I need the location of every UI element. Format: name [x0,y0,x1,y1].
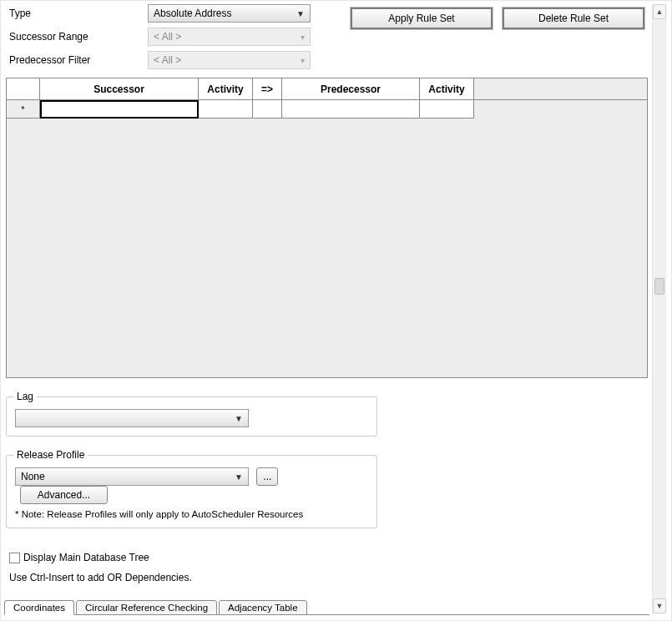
chevron-down-icon: ▼ [235,472,243,482]
type-label: Type [6,8,148,19]
or-dependency-hint: Use Ctrl-Insert to add OR Dependencies. [9,572,648,583]
delete-rule-set-button[interactable]: Delete Rule Set [503,8,644,29]
predecessor-filter-label: Predecessor Filter [6,54,148,66]
type-combobox-value: Absolute Address [154,8,231,19]
grid-row-rest [474,100,647,119]
display-main-db-tree-label: Display Main Database Tree [23,552,149,563]
chevron-down-icon: ▾ [301,33,305,42]
grid-cell-predecessor[interactable] [282,100,420,119]
release-profile-legend: Release Profile [13,449,88,461]
predecessor-filter-combobox[interactable]: < All > ▾ [148,51,311,69]
lag-group: Lag ▼ [6,396,377,437]
chevron-down-icon: ▼ [235,414,243,423]
release-profile-value: None [21,471,45,482]
vertical-scrollbar[interactable]: ▲ ▼ [652,4,666,613]
tab-adjacency-table[interactable]: Adjacency Table [219,600,307,615]
release-profile-note: * Note: Release Profiles will only apply… [15,509,368,519]
release-profile-combobox[interactable]: None ▼ [15,467,249,486]
grid-header-blank[interactable] [7,78,40,100]
grid-cell-successor[interactable] [40,100,199,119]
grid-header-predecessor[interactable]: Predecessor [282,78,420,100]
release-profile-browse-button[interactable]: ... [256,467,278,486]
scrollbar-thumb[interactable] [654,278,664,295]
grid-header-activity2[interactable]: Activity [420,78,474,100]
successor-range-combobox[interactable]: < All > ▾ [148,28,311,46]
successor-range-label: Successor Range [6,31,148,43]
grid-cell-activity2[interactable] [420,100,474,119]
lag-legend: Lag [13,391,37,402]
lag-combobox[interactable]: ▼ [15,409,249,427]
release-profile-group: Release Profile None ▼ ... Advanced... *… [6,455,377,528]
predecessor-filter-value: < All > [154,54,181,66]
grid-header-arrow[interactable]: => [253,78,282,100]
chevron-down-icon: ▾ [301,56,305,65]
tab-coordinates[interactable]: Coordinates [4,600,74,615]
type-combobox[interactable]: Absolute Address ▼ [148,4,311,23]
grid-header-successor[interactable]: Successor [40,78,199,100]
scroll-up-arrow-icon[interactable]: ▲ [653,4,666,19]
display-main-db-tree-checkbox[interactable] [9,553,20,563]
grid-new-row-marker[interactable]: * [7,100,40,119]
chevron-down-icon: ▼ [296,9,305,18]
dependency-grid[interactable]: Successor Activity => Predecessor Activi… [6,78,648,378]
grid-header-activity1[interactable]: Activity [199,78,253,100]
grid-header-rest [474,78,647,100]
apply-rule-set-button[interactable]: Apply Rule Set [351,8,493,29]
grid-cell-activity1[interactable] [199,100,253,119]
successor-range-value: < All > [154,31,181,43]
grid-cell-arrow[interactable] [253,100,282,119]
bottom-tabs: Coordinates Circular Reference Checking … [4,597,649,615]
tab-circular-reference-checking[interactable]: Circular Reference Checking [76,600,217,615]
release-profile-advanced-button[interactable]: Advanced... [20,486,108,504]
scroll-down-arrow-icon[interactable]: ▼ [653,598,666,613]
